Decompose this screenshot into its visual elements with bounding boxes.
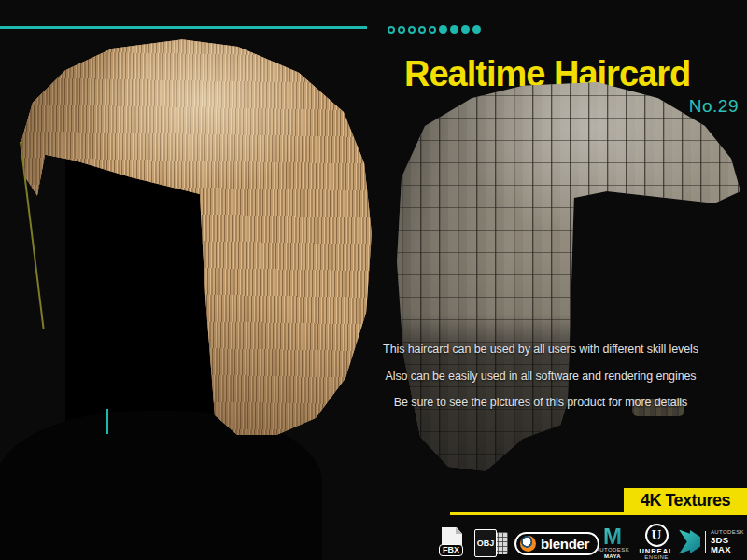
dot-hollow-icon [418, 26, 426, 34]
yellow-underline [450, 512, 747, 515]
pagination-dots [388, 25, 481, 34]
dot-hollow-icon [388, 26, 395, 34]
vertical-divider [705, 531, 706, 553]
textures-badge: 4K Textures [624, 488, 747, 512]
maya-caption-autodesk: AUTODESK [595, 547, 630, 553]
maya-logo: M AUTODESK MAYA [595, 526, 630, 560]
3ds-max-logo-icon [679, 530, 700, 554]
fbx-format-item: FBX [439, 527, 467, 558]
dot-hollow-icon [408, 26, 416, 34]
dot-filled-icon [450, 25, 458, 34]
blender-logo: blender [514, 532, 599, 555]
unreal-caption-name: UNREAL [636, 548, 677, 554]
description-line: Also can be easily used in all software … [317, 363, 747, 390]
max-caption-name: 3DS MAX [711, 536, 747, 554]
obj-file-icon: OBJ [474, 529, 497, 557]
product-number: No.29 [689, 96, 739, 117]
description-line: Be sure to see the pictures of this prod… [317, 389, 747, 416]
blender-logo-icon [520, 536, 536, 552]
fbx-label: FBX [439, 544, 463, 556]
maya-logo-icon: M [595, 526, 630, 547]
dot-hollow-icon [429, 26, 436, 34]
dot-filled-icon [461, 25, 470, 34]
3ds-max-logo: AUTODESK 3DS MAX [679, 529, 747, 554]
dot-filled-icon [472, 25, 481, 34]
dot-filled-icon [439, 25, 447, 34]
description-line: This haircard can be used by all users w… [317, 336, 747, 363]
obj-format-item: OBJ [474, 529, 512, 558]
promo-canvas: Realtime Haircard No.29 This haircard ca… [0, 0, 747, 560]
maya-caption-name: MAYA [595, 553, 630, 560]
unreal-engine-logo-icon: U [645, 524, 669, 547]
fbx-file-fold-icon [456, 527, 462, 534]
unreal-logo: U UNREAL ENGINE [636, 524, 677, 560]
description-text: This haircard can be used by all users w… [317, 336, 747, 416]
teal-accent-tick [106, 409, 108, 434]
dot-hollow-icon [398, 26, 405, 34]
textured-hair-render [14, 37, 378, 560]
teal-divider-line [0, 26, 367, 29]
blender-label: blender [541, 536, 589, 552]
